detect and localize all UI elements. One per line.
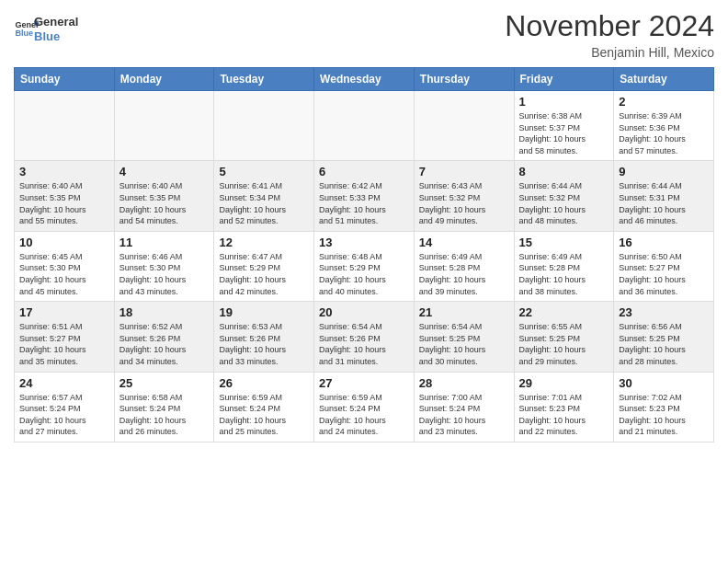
day-number: 30 xyxy=(619,376,709,390)
day-number: 7 xyxy=(419,165,509,178)
calendar-cell: 23Sunrise: 6:56 AM Sunset: 5:25 PM Dayli… xyxy=(614,302,714,372)
calendar-cell: 27Sunrise: 6:59 AM Sunset: 5:24 PM Dayli… xyxy=(314,372,415,442)
day-info: Sunrise: 6:52 AM Sunset: 5:26 PM Dayligh… xyxy=(119,321,210,367)
day-info: Sunrise: 6:47 AM Sunset: 5:29 PM Dayligh… xyxy=(219,251,309,297)
day-number: 26 xyxy=(219,376,309,390)
calendar-cell: 22Sunrise: 6:55 AM Sunset: 5:25 PM Dayli… xyxy=(514,302,614,372)
day-info: Sunrise: 6:49 AM Sunset: 5:28 PM Dayligh… xyxy=(519,251,609,297)
day-info: Sunrise: 6:43 AM Sunset: 5:32 PM Dayligh… xyxy=(419,180,509,226)
day-info: Sunrise: 7:02 AM Sunset: 5:23 PM Dayligh… xyxy=(619,392,709,438)
day-number: 28 xyxy=(419,376,509,390)
day-info: Sunrise: 6:57 AM Sunset: 5:24 PM Dayligh… xyxy=(19,392,109,438)
calendar-table: SundayMondayTuesdayWednesdayThursdayFrid… xyxy=(14,67,714,442)
day-info: Sunrise: 6:38 AM Sunset: 5:37 PM Dayligh… xyxy=(519,110,609,156)
day-info: Sunrise: 6:53 AM Sunset: 5:26 PM Dayligh… xyxy=(219,321,309,367)
calendar-cell: 13Sunrise: 6:48 AM Sunset: 5:29 PM Dayli… xyxy=(314,231,415,301)
day-info: Sunrise: 7:00 AM Sunset: 5:24 PM Dayligh… xyxy=(419,392,509,438)
day-number: 8 xyxy=(519,165,609,178)
day-number: 2 xyxy=(619,95,709,109)
location-title: Benjamin Hill, Mexico xyxy=(505,45,714,60)
calendar-cell: 18Sunrise: 6:52 AM Sunset: 5:26 PM Dayli… xyxy=(114,302,214,372)
logo: General Blue General Blue xyxy=(14,13,78,43)
weekday-header: Tuesday xyxy=(214,68,314,91)
calendar-cell: 16Sunrise: 6:50 AM Sunset: 5:27 PM Dayli… xyxy=(614,231,714,301)
calendar-cell: 28Sunrise: 7:00 AM Sunset: 5:24 PM Dayli… xyxy=(414,372,514,442)
day-number: 27 xyxy=(319,376,409,390)
title-block: November 2024 Benjamin Hill, Mexico xyxy=(505,9,714,60)
day-number: 13 xyxy=(319,236,409,249)
calendar-week-row: 1Sunrise: 6:38 AM Sunset: 5:37 PM Daylig… xyxy=(15,91,714,161)
weekday-header: Wednesday xyxy=(314,68,415,91)
day-number: 4 xyxy=(119,165,210,178)
day-info: Sunrise: 6:40 AM Sunset: 5:35 PM Dayligh… xyxy=(119,180,210,226)
calendar-cell: 1Sunrise: 6:38 AM Sunset: 5:37 PM Daylig… xyxy=(514,91,614,161)
day-number: 11 xyxy=(119,236,210,249)
day-info: Sunrise: 7:01 AM Sunset: 5:23 PM Dayligh… xyxy=(519,392,609,438)
weekday-header: Saturday xyxy=(614,68,714,91)
calendar-week-row: 24Sunrise: 6:57 AM Sunset: 5:24 PM Dayli… xyxy=(15,372,714,442)
calendar-week-row: 10Sunrise: 6:45 AM Sunset: 5:30 PM Dayli… xyxy=(15,231,714,301)
calendar-cell: 9Sunrise: 6:44 AM Sunset: 5:31 PM Daylig… xyxy=(614,161,714,231)
calendar-cell: 3Sunrise: 6:40 AM Sunset: 5:35 PM Daylig… xyxy=(15,161,115,231)
calendar-cell xyxy=(314,91,415,161)
calendar-cell: 11Sunrise: 6:46 AM Sunset: 5:30 PM Dayli… xyxy=(114,231,214,301)
weekday-header: Thursday xyxy=(414,68,514,91)
day-info: Sunrise: 6:44 AM Sunset: 5:32 PM Dayligh… xyxy=(519,180,609,226)
calendar-cell: 17Sunrise: 6:51 AM Sunset: 5:27 PM Dayli… xyxy=(15,302,115,372)
weekday-header: Friday xyxy=(514,68,614,91)
calendar-cell xyxy=(214,91,314,161)
calendar-cell: 26Sunrise: 6:59 AM Sunset: 5:24 PM Dayli… xyxy=(214,372,314,442)
day-number: 22 xyxy=(519,305,609,319)
day-number: 18 xyxy=(119,305,210,319)
day-number: 9 xyxy=(619,165,709,178)
calendar-cell: 20Sunrise: 6:54 AM Sunset: 5:26 PM Dayli… xyxy=(314,302,415,372)
day-number: 24 xyxy=(19,376,109,390)
day-number: 14 xyxy=(419,236,509,249)
day-info: Sunrise: 6:55 AM Sunset: 5:25 PM Dayligh… xyxy=(519,321,609,367)
calendar-cell: 7Sunrise: 6:43 AM Sunset: 5:32 PM Daylig… xyxy=(414,161,514,231)
weekday-header: Sunday xyxy=(15,68,115,91)
day-info: Sunrise: 6:58 AM Sunset: 5:24 PM Dayligh… xyxy=(119,392,210,438)
calendar-cell: 12Sunrise: 6:47 AM Sunset: 5:29 PM Dayli… xyxy=(214,231,314,301)
calendar-cell: 10Sunrise: 6:45 AM Sunset: 5:30 PM Dayli… xyxy=(15,231,115,301)
day-info: Sunrise: 6:59 AM Sunset: 5:24 PM Dayligh… xyxy=(219,392,309,438)
day-number: 20 xyxy=(319,305,409,319)
day-number: 10 xyxy=(19,236,109,249)
day-number: 25 xyxy=(119,376,210,390)
day-number: 5 xyxy=(219,165,309,178)
day-number: 12 xyxy=(219,236,309,249)
day-info: Sunrise: 6:39 AM Sunset: 5:36 PM Dayligh… xyxy=(619,110,709,156)
calendar-week-row: 17Sunrise: 6:51 AM Sunset: 5:27 PM Dayli… xyxy=(15,302,714,372)
day-number: 19 xyxy=(219,305,309,319)
calendar-cell: 21Sunrise: 6:54 AM Sunset: 5:25 PM Dayli… xyxy=(414,302,514,372)
logo-line2: Blue xyxy=(34,29,78,44)
day-info: Sunrise: 6:49 AM Sunset: 5:28 PM Dayligh… xyxy=(419,251,509,297)
calendar-cell: 4Sunrise: 6:40 AM Sunset: 5:35 PM Daylig… xyxy=(114,161,214,231)
weekday-header: Monday xyxy=(114,68,214,91)
day-info: Sunrise: 6:59 AM Sunset: 5:24 PM Dayligh… xyxy=(319,392,409,438)
month-title: November 2024 xyxy=(505,9,714,43)
day-number: 16 xyxy=(619,236,709,249)
calendar-cell: 24Sunrise: 6:57 AM Sunset: 5:24 PM Dayli… xyxy=(15,372,115,442)
day-info: Sunrise: 6:41 AM Sunset: 5:34 PM Dayligh… xyxy=(219,180,309,226)
day-info: Sunrise: 6:48 AM Sunset: 5:29 PM Dayligh… xyxy=(319,251,409,297)
day-info: Sunrise: 6:45 AM Sunset: 5:30 PM Dayligh… xyxy=(19,251,109,297)
day-number: 1 xyxy=(519,95,609,109)
logo-line1: General xyxy=(34,15,78,29)
calendar-cell xyxy=(414,91,514,161)
day-info: Sunrise: 6:44 AM Sunset: 5:31 PM Dayligh… xyxy=(619,180,709,226)
day-number: 3 xyxy=(19,165,109,178)
day-number: 21 xyxy=(419,305,509,319)
calendar-cell: 29Sunrise: 7:01 AM Sunset: 5:23 PM Dayli… xyxy=(514,372,614,442)
calendar-cell: 6Sunrise: 6:42 AM Sunset: 5:33 PM Daylig… xyxy=(314,161,415,231)
calendar-cell: 14Sunrise: 6:49 AM Sunset: 5:28 PM Dayli… xyxy=(414,231,514,301)
day-number: 17 xyxy=(19,305,109,319)
weekday-header-row: SundayMondayTuesdayWednesdayThursdayFrid… xyxy=(15,68,714,91)
calendar-cell: 15Sunrise: 6:49 AM Sunset: 5:28 PM Dayli… xyxy=(514,231,614,301)
day-info: Sunrise: 6:46 AM Sunset: 5:30 PM Dayligh… xyxy=(119,251,210,297)
calendar-cell: 5Sunrise: 6:41 AM Sunset: 5:34 PM Daylig… xyxy=(214,161,314,231)
calendar-cell: 25Sunrise: 6:58 AM Sunset: 5:24 PM Dayli… xyxy=(114,372,214,442)
day-number: 15 xyxy=(519,236,609,249)
day-info: Sunrise: 6:54 AM Sunset: 5:25 PM Dayligh… xyxy=(419,321,509,367)
day-info: Sunrise: 6:56 AM Sunset: 5:25 PM Dayligh… xyxy=(619,321,709,367)
